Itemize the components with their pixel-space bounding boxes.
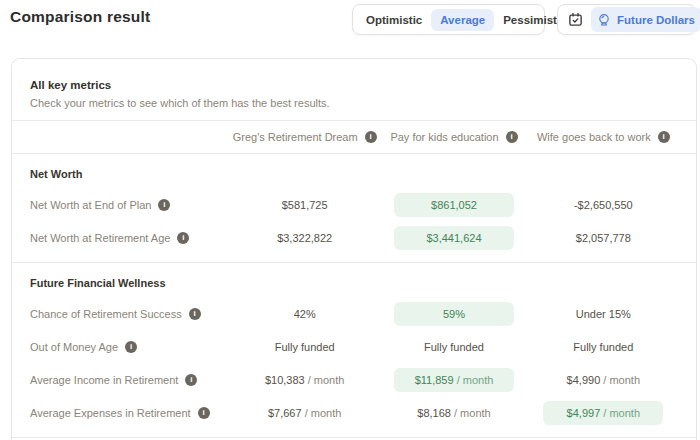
scenario-tab-group: OptimisticAveragePessimistic bbox=[352, 4, 545, 35]
value-suffix: / month bbox=[454, 374, 494, 386]
highlighted-value: $11,859 / month bbox=[394, 368, 514, 392]
value: $3,322,822 bbox=[277, 232, 332, 244]
value-suffix: / month bbox=[600, 407, 640, 419]
info-icon[interactable]: i bbox=[125, 341, 137, 353]
metric-value-cell: $10,383 / month bbox=[230, 374, 379, 386]
value: $10,383 / month bbox=[265, 374, 345, 386]
tab-optimistic[interactable]: Optimistic bbox=[357, 9, 431, 31]
info-icon[interactable]: i bbox=[189, 308, 201, 320]
value: 42% bbox=[294, 308, 316, 320]
metric-value-cell: $861,052 bbox=[379, 193, 528, 217]
metric-value-cell: $3,322,822 bbox=[230, 232, 379, 244]
info-icon[interactable]: i bbox=[365, 131, 377, 143]
value: $581,725 bbox=[282, 199, 328, 211]
value: Fully funded bbox=[275, 341, 335, 353]
value-amount: 42% bbox=[294, 308, 316, 320]
card-subheading: Check your metrics to see which of them … bbox=[30, 97, 678, 109]
info-icon[interactable]: i bbox=[158, 199, 170, 211]
card-bottom-divider bbox=[12, 437, 696, 438]
metrics-section: Future Financial WellnessChance of Retir… bbox=[12, 262, 696, 437]
table-row: Average Income in Retirementi$10,383 / m… bbox=[12, 363, 696, 396]
metric-value-cell: $7,667 / month bbox=[230, 407, 379, 419]
highlighted-value: 59% bbox=[394, 302, 514, 326]
value-amount: Fully funded bbox=[573, 341, 633, 353]
row-label-text: Net Worth at End of Plan bbox=[30, 199, 151, 211]
row-label: Out of Money Agei bbox=[30, 341, 230, 353]
metric-value-cell: $4,997 / month bbox=[529, 401, 678, 425]
value-amount: $10,383 bbox=[265, 374, 305, 386]
row-label-text: Net Worth at Retirement Age bbox=[30, 232, 170, 244]
metric-value-cell: 42% bbox=[230, 308, 379, 320]
column-header: Pay for kids educationi bbox=[379, 131, 528, 143]
info-icon[interactable]: i bbox=[177, 232, 189, 244]
future-dollars-label: Future Dollars bbox=[617, 14, 695, 26]
row-label: Average Expenses in Retirementi bbox=[30, 407, 230, 419]
metric-value-cell: $2,057,778 bbox=[529, 232, 678, 244]
value-amount: $11,859 bbox=[415, 374, 454, 386]
metric-value-cell: Fully funded bbox=[230, 341, 379, 353]
column-header: Wife goes back to worki bbox=[529, 131, 678, 143]
section-title: Net Worth bbox=[12, 164, 696, 184]
table-row: Net Worth at End of Plani$581,725$861,05… bbox=[12, 188, 696, 221]
value-amount: $861,052 bbox=[431, 199, 477, 211]
value-amount: $581,725 bbox=[282, 199, 328, 211]
column-header-label: Wife goes back to work bbox=[537, 131, 651, 143]
info-icon[interactable]: i bbox=[198, 407, 210, 419]
value-suffix: / month bbox=[600, 374, 640, 386]
metric-value-cell: $11,859 / month bbox=[379, 368, 528, 392]
all-key-metrics-card: All key metrics Check your metrics to se… bbox=[11, 58, 697, 440]
value-amount: $4,990 bbox=[567, 374, 601, 386]
row-label-text: Average Income in Retirement bbox=[30, 374, 178, 386]
info-icon[interactable]: i bbox=[506, 131, 518, 143]
row-label: Net Worth at End of Plani bbox=[30, 199, 230, 211]
value-amount: $3,441,624 bbox=[426, 232, 481, 244]
value: $2,057,778 bbox=[576, 232, 631, 244]
table-row: Out of Money AgeiFully fundedFully funde… bbox=[12, 330, 696, 363]
value-amount: $8,168 bbox=[417, 407, 451, 419]
value-amount: Fully funded bbox=[424, 341, 484, 353]
row-label: Chance of Retirement Successi bbox=[30, 308, 230, 320]
tab-average[interactable]: Average bbox=[431, 9, 494, 31]
metric-value-cell: $8,168 / month bbox=[379, 407, 528, 419]
table-column-headers: Greg's Retirement DreamiPay for kids edu… bbox=[12, 120, 696, 153]
value-suffix: / month bbox=[451, 407, 491, 419]
metric-value-cell: -$2,650,550 bbox=[529, 199, 678, 211]
row-label-text: Average Expenses in Retirement bbox=[30, 407, 191, 419]
value-amount: Fully funded bbox=[275, 341, 335, 353]
column-header-label: Pay for kids education bbox=[390, 131, 498, 143]
table-row: Net Worth at Retirement Agei$3,322,822$3… bbox=[12, 221, 696, 254]
metrics-section: Net WorthNet Worth at End of Plani$581,7… bbox=[12, 153, 696, 262]
card-heading: All key metrics bbox=[30, 79, 678, 91]
value: Fully funded bbox=[573, 341, 633, 353]
value: $4,990 / month bbox=[567, 374, 640, 386]
todays-dollars-button[interactable] bbox=[562, 7, 589, 32]
metrics-table-body: Net WorthNet Worth at End of Plani$581,7… bbox=[12, 153, 696, 437]
value-amount: $7,667 bbox=[268, 407, 302, 419]
value: -$2,650,550 bbox=[574, 199, 633, 211]
value-amount: -$2,650,550 bbox=[574, 199, 633, 211]
value-suffix: / month bbox=[302, 407, 342, 419]
row-label: Average Income in Retirementi bbox=[30, 374, 230, 386]
info-icon[interactable]: i bbox=[185, 374, 197, 386]
crystal-ball-icon bbox=[597, 13, 611, 27]
section-title: Future Financial Wellness bbox=[12, 273, 696, 293]
value: $8,168 / month bbox=[417, 407, 490, 419]
future-dollars-button[interactable]: Future Dollars bbox=[591, 7, 700, 32]
value-amount: $3,322,822 bbox=[277, 232, 332, 244]
info-icon[interactable]: i bbox=[658, 131, 670, 143]
dollar-toggle-group: Future Dollars bbox=[557, 4, 696, 35]
metric-value-cell: Fully funded bbox=[379, 341, 528, 353]
row-label-text: Out of Money Age bbox=[30, 341, 118, 353]
value: Fully funded bbox=[424, 341, 484, 353]
column-header: Greg's Retirement Dreami bbox=[230, 131, 379, 143]
calendar-check-icon bbox=[568, 12, 583, 27]
value-amount: 59% bbox=[443, 308, 465, 320]
metric-value-cell: $3,441,624 bbox=[379, 226, 528, 250]
table-row: Chance of Retirement Successi42%59%Under… bbox=[12, 297, 696, 330]
value-amount: $4,997 bbox=[567, 407, 601, 419]
page-title: Comparison result bbox=[10, 8, 150, 26]
row-label: Net Worth at Retirement Agei bbox=[30, 232, 230, 244]
metric-value-cell: 59% bbox=[379, 302, 528, 326]
row-label-text: Chance of Retirement Success bbox=[30, 308, 182, 320]
table-row: Average Expenses in Retirementi$7,667 / … bbox=[12, 396, 696, 429]
